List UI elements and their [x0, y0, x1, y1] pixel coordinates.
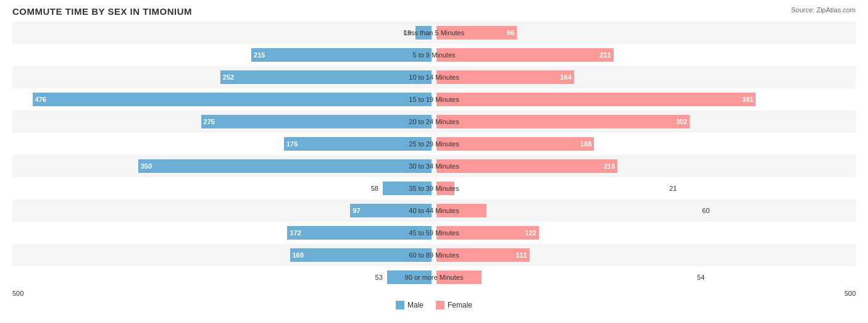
female-side: 111	[434, 244, 856, 266]
female-side: 21	[434, 177, 856, 199]
legend-male-box	[396, 301, 404, 309]
female-value: 122	[525, 229, 536, 237]
row-label: 60 to 89 Minutes	[409, 251, 459, 259]
bar-row: 35030 to 34 Minutes216	[12, 155, 856, 177]
female-side: 164	[434, 66, 856, 88]
row-label: Less than 5 Minutes	[404, 29, 464, 36]
legend-male-label: Male	[407, 301, 424, 309]
male-value: 172	[290, 229, 301, 237]
female-value: 188	[580, 140, 591, 148]
row-label: 90 or more Minutes	[405, 274, 464, 281]
female-value: 96	[507, 29, 514, 36]
axis-left: 500	[12, 290, 23, 297]
legend-male: Male	[396, 301, 424, 309]
male-side: 215	[12, 44, 434, 66]
bar-row: 9740 to 44 Minutes60	[12, 199, 856, 222]
female-bar: 216	[436, 159, 617, 173]
row-label: 20 to 24 Minutes	[409, 118, 459, 125]
female-value: 381	[742, 96, 753, 103]
male-side: 350	[12, 155, 434, 177]
male-bar: 252	[220, 70, 432, 84]
male-side: 58	[12, 177, 434, 199]
male-value: 169	[293, 251, 304, 259]
female-side: 96	[434, 22, 856, 44]
female-bar: 381	[436, 93, 756, 106]
female-value: 216	[604, 162, 615, 170]
female-side: 60	[434, 199, 856, 222]
female-bar: 188	[436, 137, 594, 151]
legend-female: Female	[436, 301, 472, 309]
female-value: 164	[560, 73, 571, 81]
bar-row: 19Less than 5 Minutes96	[12, 22, 856, 44]
female-side: 54	[434, 266, 856, 288]
legend-female-label: Female	[448, 301, 472, 309]
female-side: 216	[434, 155, 856, 177]
bar-row: 17245 to 59 Minutes122	[12, 222, 856, 244]
male-bar: 476	[33, 93, 432, 106]
bar-row: 47615 to 19 Minutes381	[12, 88, 856, 111]
female-side: 302	[434, 111, 856, 133]
female-side: 122	[434, 222, 856, 244]
male-side: 97	[12, 199, 434, 222]
male-value: 252	[223, 73, 234, 81]
female-side: 211	[434, 44, 856, 66]
axis-right: 500	[845, 290, 856, 297]
legend-female-box	[436, 301, 444, 309]
male-side: 275	[12, 111, 434, 133]
female-value: 111	[515, 251, 527, 259]
female-value: 21	[669, 185, 677, 192]
bar-row: 5390 or more Minutes54	[12, 266, 856, 288]
bar-row: 27520 to 24 Minutes302	[12, 111, 856, 133]
male-bar: 350	[138, 159, 432, 173]
row-label: 25 to 29 Minutes	[409, 140, 459, 148]
bar-row: 17625 to 29 Minutes188	[12, 133, 856, 155]
male-value: 275	[204, 118, 215, 125]
male-value: 97	[353, 207, 360, 214]
female-value: 60	[702, 207, 709, 214]
source-label: Source: ZipAtlas.com	[791, 6, 856, 14]
row-label: 45 to 59 Minutes	[409, 229, 459, 237]
male-side: 19	[12, 22, 434, 44]
row-label: 10 to 14 Minutes	[409, 73, 459, 81]
male-value: 176	[286, 140, 298, 148]
bar-row: 2155 to 9 Minutes211	[12, 44, 856, 66]
female-side: 188	[434, 133, 856, 155]
male-bar: 215	[251, 48, 432, 62]
female-value: 302	[676, 118, 687, 125]
male-value: 476	[35, 96, 46, 103]
chart-container: COMMUTE TIME BY SEX IN TIMONIUM Source: …	[0, 0, 868, 323]
male-side: 176	[12, 133, 434, 155]
bar-row: 25210 to 14 Minutes164	[12, 66, 856, 88]
row-label: 5 to 9 Minutes	[412, 51, 455, 59]
row-label: 35 to 39 Minutes	[409, 185, 459, 192]
male-side: 476	[12, 88, 434, 111]
chart-title: COMMUTE TIME BY SEX IN TIMONIUM	[12, 6, 856, 17]
chart-area: 19Less than 5 Minutes962155 to 9 Minutes…	[12, 22, 856, 309]
row-label: 40 to 44 Minutes	[409, 207, 459, 214]
female-value: 211	[599, 51, 611, 59]
female-value: 54	[697, 274, 704, 281]
bars-area: 19Less than 5 Minutes962155 to 9 Minutes…	[12, 22, 856, 288]
male-bar: 275	[201, 115, 432, 128]
female-bar: 302	[436, 115, 690, 128]
row-label: 30 to 34 Minutes	[409, 162, 459, 170]
axis-labels: 500 500	[12, 290, 856, 297]
male-value: 350	[141, 162, 152, 170]
male-side: 172	[12, 222, 434, 244]
row-label: 15 to 19 Minutes	[409, 96, 459, 103]
male-side: 252	[12, 66, 434, 88]
male-value: 215	[254, 51, 265, 59]
male-value: 58	[371, 185, 378, 192]
male-value: 53	[375, 274, 383, 281]
female-bar: 211	[436, 48, 614, 62]
legend: Male Female	[12, 301, 856, 309]
male-side: 53	[12, 266, 434, 288]
male-side: 169	[12, 244, 434, 266]
female-side: 381	[434, 88, 856, 111]
bar-row: 5835 to 39 Minutes21	[12, 177, 856, 199]
bar-row: 16960 to 89 Minutes111	[12, 244, 856, 266]
